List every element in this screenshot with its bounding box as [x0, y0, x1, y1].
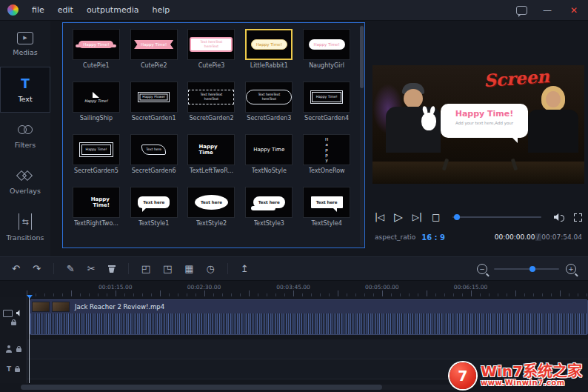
- menu-file[interactable]: file: [32, 5, 44, 15]
- template-tile-textrighttworows[interactable]: Happy Time! TextRightTwo...: [67, 187, 125, 227]
- playhead-marker[interactable]: [27, 295, 33, 299]
- desk-decor: [372, 162, 584, 184]
- template-tile-naughtygirl[interactable]: Happy Time! NaughtyGirl: [298, 29, 355, 69]
- template-tile-textlefttworows[interactable]: Happy Time TextLeftTwoR...: [183, 134, 241, 174]
- templates-scrollbar[interactable]: [360, 24, 364, 246]
- previous-frame-button[interactable]: |◁: [375, 213, 384, 222]
- timeline-zoom-slider[interactable]: [494, 268, 559, 270]
- toolbar-divider: [128, 263, 129, 274]
- template-preview: Happy Time!: [78, 41, 113, 48]
- watermark-title: Win7系统之家: [481, 364, 582, 379]
- template-tile-secretgarden1[interactable]: Happy Flower SecretGarden1: [125, 82, 183, 122]
- track-headers: T: [0, 297, 27, 383]
- aspect-ratio-value[interactable]: 16 : 9: [421, 233, 445, 242]
- track-volume-icon[interactable]: [16, 310, 24, 316]
- timeline-hscroll-track[interactable]: [21, 385, 470, 390]
- template-name: SecretGarden6: [132, 167, 176, 174]
- template-name: CutePie2: [141, 62, 167, 69]
- crop-button[interactable]: ◰: [141, 264, 150, 273]
- text-track-header: T: [0, 359, 27, 379]
- bubble-body: Add your text here,Add your: [441, 121, 528, 125]
- timeline-zoom-out-icon[interactable]: −: [477, 264, 487, 274]
- lock-icon[interactable]: [11, 322, 16, 325]
- sidebar-item-transitions[interactable]: ⇆ Transitions: [0, 205, 50, 250]
- template-preview: Text here: [195, 195, 228, 210]
- template-tile-textstyle3[interactable]: Text here TextStyle3: [240, 187, 298, 227]
- template-tile-secretgarden2[interactable]: Text hereText hereText SecretGarden2: [183, 82, 241, 122]
- video-clip[interactable]: Jack Reacher 2 Review!.mp4: [30, 299, 588, 335]
- timeline-zoom-in-icon[interactable]: +: [566, 264, 576, 274]
- ruler-label: 00:05:00.00: [365, 284, 399, 290]
- sidebar-item-filters[interactable]: Filters: [0, 113, 50, 159]
- minimize-button[interactable]: —: [541, 5, 554, 16]
- seek-slider[interactable]: [452, 216, 541, 218]
- lock-icon[interactable]: [16, 348, 21, 352]
- close-button[interactable]: ✕: [567, 5, 581, 16]
- toolbar-divider: [53, 263, 54, 274]
- timecode-current: 00:00:00.00: [495, 233, 535, 241]
- menu-outputmedia[interactable]: outputmedia: [87, 5, 139, 15]
- template-tile-cutepie1[interactable]: Happy Time! CutePie1: [67, 29, 125, 69]
- toolbar-divider: [227, 263, 228, 274]
- volume-icon[interactable]: [554, 213, 564, 222]
- preview-panel: Screen Happy Time! Add your text here,Ad…: [369, 21, 588, 256]
- template-tile-secretgarden4[interactable]: Happy Time! SecretGarden4: [298, 82, 355, 122]
- overlays-icon: [18, 170, 33, 182]
- feedback-icon[interactable]: [516, 6, 527, 15]
- aspect-ratio-label: aspect_ratio: [375, 233, 415, 241]
- timeline-ruler[interactable]: 00:01:15.00 00:02:30.00 00:03:45.00 00:0…: [27, 284, 588, 296]
- template-tile-cutepie2[interactable]: Happy Time! CutePie2: [125, 29, 183, 69]
- scrollbar-thumb[interactable]: [360, 26, 364, 88]
- sidebar: ▶ Medias T Text Filters Overlays ⇆ Trans…: [0, 21, 50, 256]
- video-track-header: [0, 299, 27, 335]
- text-overlay-bubble[interactable]: Happy Time! Add your text here,Add your: [441, 104, 528, 138]
- audio-waveform: [30, 313, 587, 334]
- delete-button[interactable]: [108, 265, 116, 273]
- play-button[interactable]: ▷: [394, 212, 403, 223]
- watermark-logo-icon: 7: [450, 362, 476, 389]
- lock-icon[interactable]: [15, 368, 20, 372]
- template-tile-sailingship[interactable]: Happy Time! SailingShip: [67, 82, 125, 122]
- template-tile-secretgarden6[interactable]: Text here SecretGarden6: [125, 134, 183, 174]
- template-tile-textnostyle[interactable]: Happy Time TextNoStyle: [240, 134, 298, 174]
- duration-button[interactable]: ◷: [207, 264, 215, 273]
- menubar: file edit outputmedia help — ✕: [0, 0, 588, 21]
- sidebar-item-medias[interactable]: ▶ Medias: [0, 21, 50, 67]
- mosaic-button[interactable]: ▦: [184, 264, 193, 273]
- export-button[interactable]: ↥: [241, 264, 249, 273]
- template-tile-cutepie3[interactable]: Text hereText hereText CutePie3: [183, 29, 241, 69]
- split-button[interactable]: ✂: [87, 264, 96, 273]
- undo-button[interactable]: ↶: [12, 264, 20, 273]
- template-tile-textonerow[interactable]: Happy TextOneRow: [298, 134, 355, 174]
- redo-button[interactable]: ↷: [33, 264, 41, 273]
- template-tile-secretgarden5[interactable]: Happy Time! SecretGarden5: [67, 134, 125, 174]
- template-name: CutePie3: [198, 62, 225, 69]
- template-preview: Happy Time!: [310, 90, 344, 104]
- next-frame-button[interactable]: ▷|: [412, 213, 422, 222]
- template-tile-littlerabbit1-selected[interactable]: Happy Time! LittleRabbit1: [240, 29, 298, 69]
- template-tile-textstyle4[interactable]: Text here TextStyle4: [298, 187, 355, 227]
- template-tile-textstyle1[interactable]: Text here TextStyle1: [125, 187, 183, 227]
- sidebar-label-text: Text: [18, 95, 32, 103]
- template-tile-textstyle2[interactable]: Text here TextStyle2: [183, 187, 241, 227]
- timeline-zoom-handle[interactable]: [529, 266, 535, 272]
- template-tile-secretgarden3[interactable]: Text hereText hereText SecretGarden3: [240, 82, 298, 122]
- seek-handle[interactable]: [454, 214, 460, 220]
- edit-button[interactable]: ✎: [67, 264, 75, 273]
- playhead[interactable]: [29, 297, 30, 383]
- menu-help[interactable]: help: [152, 5, 170, 15]
- sidebar-item-overlays[interactable]: Overlays: [0, 159, 50, 205]
- template-preview: Happy Time: [198, 144, 224, 156]
- fullscreen-icon[interactable]: [574, 213, 582, 222]
- zoom-button[interactable]: ◳: [163, 264, 172, 273]
- empty-track-row[interactable]: [27, 339, 588, 359]
- sidebar-item-text[interactable]: T Text: [0, 67, 50, 113]
- timecode: 00:00:00.00 / 00:07:54.04: [495, 233, 582, 241]
- menu-edit[interactable]: edit: [58, 5, 73, 15]
- timeline-hscroll-thumb[interactable]: [21, 385, 382, 390]
- ruler-label: 00:02:30.00: [187, 284, 221, 290]
- template-name: SecretGarden5: [74, 167, 118, 174]
- template-name: TextLeftTwoR...: [190, 167, 233, 174]
- stop-button[interactable]: □: [432, 213, 440, 222]
- template-preview: Text hereText hereText: [246, 90, 292, 104]
